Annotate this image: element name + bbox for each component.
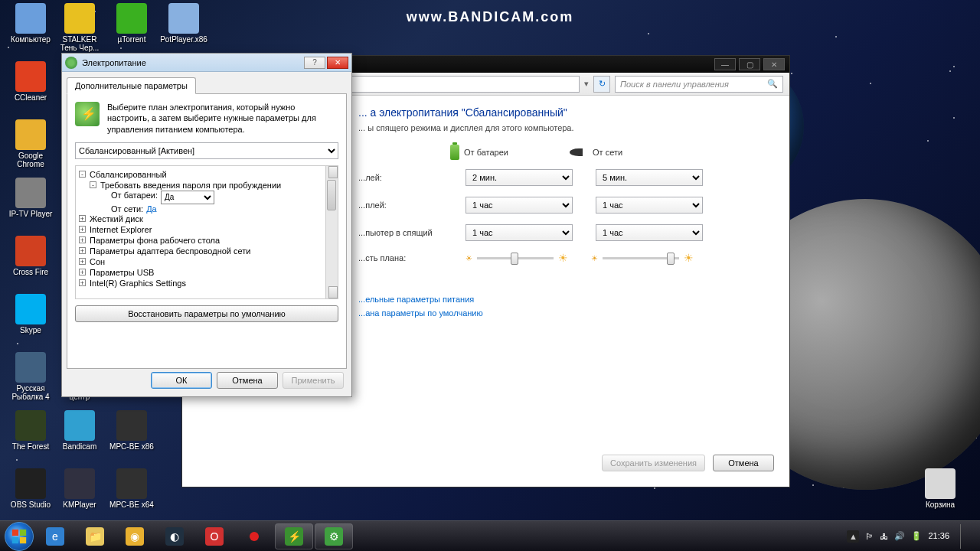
tree-item[interactable]: -Сбалансированный — [79, 169, 335, 180]
expand-toggle[interactable]: + — [79, 247, 86, 254]
taskbar-item-bandicam[interactable] — [236, 524, 273, 549]
desktop-icon-компьютер[interactable]: Компьютер — [6, 3, 55, 44]
svg-rect-1 — [20, 529, 26, 535]
taskbar-item-steam[interactable]: ◐ — [156, 524, 193, 549]
expand-toggle[interactable]: + — [79, 236, 86, 243]
app-icon — [116, 410, 147, 441]
dlg-intro-text: Выберите план электропитания, который ну… — [107, 102, 338, 135]
desktop-icon-bandicam[interactable]: Bandicam — [55, 410, 104, 451]
save-button[interactable]: Сохранить изменения — [602, 455, 705, 471]
tray-expand-icon[interactable]: ▲ — [847, 530, 859, 543]
setting-label: ...пьютер в спящий — [358, 228, 458, 237]
taskbar-item-power[interactable]: ⚡ — [276, 524, 312, 549]
expand-toggle[interactable]: + — [79, 269, 86, 276]
link-advanced-params[interactable]: ...ельные параметры питания — [358, 295, 774, 304]
ac-timeout-select[interactable]: 5 мин. — [596, 169, 703, 186]
sun-large-icon: ☀ — [558, 252, 568, 264]
desktop-icon-русская-рыбалка-4[interactable]: Русская Рыбалка 4 — [6, 352, 55, 401]
brightness-slider-ac[interactable]: ☀ ☀ — [591, 252, 694, 264]
tree-item[interactable]: +Сон — [79, 256, 335, 267]
tree-item[interactable]: -Требовать введения пароля при пробужден… — [79, 180, 335, 191]
search-input[interactable]: Поиск в панели управления 🔍 — [615, 76, 783, 93]
minimize-button[interactable]: — — [714, 58, 736, 70]
battery-timeout-select[interactable]: 1 час — [466, 224, 573, 241]
expand-toggle[interactable]: + — [79, 258, 86, 265]
tree-value-link[interactable]: Да — [146, 204, 157, 214]
tab-advanced-params[interactable]: Дополнительные параметры — [67, 77, 196, 94]
battery-tray-icon[interactable]: 🔋 — [911, 531, 922, 541]
tree-value-select[interactable]: Да — [161, 191, 214, 204]
restore-defaults-button[interactable]: Восстановить параметры по умолчанию — [75, 305, 338, 322]
close-button[interactable]: ✕ — [327, 57, 348, 69]
expand-toggle[interactable]: - — [90, 181, 96, 188]
desktop-icon-mpc-be-x64[interactable]: MPC-BE x64 — [107, 468, 156, 509]
column-ac: От сети — [570, 145, 622, 160]
taskbar-item-options[interactable]: ⚙ — [315, 524, 352, 549]
taskbar-item-opera[interactable]: O — [196, 524, 233, 549]
volume-icon[interactable]: 🔊 — [894, 531, 905, 541]
desktop-icon-корзина[interactable]: Корзина — [916, 468, 965, 509]
desktop-icon-kmplayer[interactable]: KMPlayer — [55, 468, 104, 509]
brightness-slider-battery[interactable]: ☀ ☀ — [466, 252, 568, 264]
app-icon — [15, 3, 46, 34]
page-subtitle: ... ы спящего режима и дисплея для этого… — [358, 123, 774, 132]
expand-toggle[interactable]: + — [79, 226, 86, 233]
action-center-icon[interactable]: 🏳 — [865, 532, 874, 541]
expand-toggle[interactable]: + — [79, 279, 86, 286]
battery-timeout-select[interactable]: 2 мин. — [466, 169, 573, 186]
refresh-button[interactable]: ↻ — [593, 76, 610, 93]
bandicam-watermark: www.BANDICAM.com — [407, 9, 573, 25]
dlg-titlebar[interactable]: Электропитание ? ✕ — [62, 54, 351, 72]
desktop-icon-mpc-be-x86[interactable]: MPC-BE x86 — [107, 410, 156, 451]
cancel-button[interactable]: Отмена — [713, 455, 774, 471]
expand-toggle[interactable]: - — [79, 171, 86, 178]
app-icon — [15, 61, 46, 92]
tree-item[interactable]: +Параметры USB — [79, 267, 335, 278]
desktop-icon-stalker-тень-чер-[interactable]: STALKER Тень Чер... — [55, 3, 104, 52]
app-icon — [15, 294, 46, 324]
desktop-icon-obs-studio[interactable]: OBS Studio — [6, 468, 55, 509]
ac-timeout-select[interactable]: 1 час — [596, 224, 703, 241]
tree-item[interactable]: +Параметры адаптера беспроводной сети — [79, 246, 335, 256]
ok-button[interactable]: ОК — [151, 372, 212, 389]
desktop-icon-skype[interactable]: Skype — [6, 294, 55, 334]
close-button[interactable]: ✕ — [763, 58, 785, 70]
desktop-icon-the-forest[interactable]: The Forest — [6, 410, 55, 451]
apply-button[interactable]: Применить — [283, 372, 344, 389]
taskbar-item-ie[interactable]: e — [37, 524, 74, 549]
desktop-icon-google-chrome[interactable]: Google Chrome — [6, 119, 55, 168]
app-icon — [15, 410, 46, 441]
record-icon — [250, 532, 259, 541]
maximize-button[interactable]: ▢ — [739, 58, 760, 70]
tree-item[interactable]: +Жесткий диск — [79, 214, 335, 224]
system-tray[interactable]: ▲ 🏳 🖧 🔊 🔋 21:36 — [841, 524, 975, 549]
tree-item[interactable]: +Параметры фона рабочего стола — [79, 235, 335, 246]
settings-tree[interactable]: -Сбалансированный-Требовать введения пар… — [75, 165, 338, 299]
desktop-icon-potplayer-x86[interactable]: PotPlayer.x86 — [159, 3, 208, 44]
search-icon: 🔍 — [767, 79, 778, 89]
ac-timeout-select[interactable]: 1 час — [596, 197, 703, 214]
cancel-button[interactable]: Отмена — [217, 372, 278, 389]
link-restore-defaults[interactable]: ...ана параметры по умолчанию — [358, 308, 774, 318]
battery-timeout-select[interactable]: 1 час — [466, 197, 573, 214]
show-desktop-button[interactable] — [960, 524, 969, 549]
scrollbar[interactable] — [325, 166, 338, 298]
power-plan-select[interactable]: Сбалансированный [Активен] — [75, 142, 338, 159]
expand-toggle[interactable]: + — [79, 215, 86, 222]
power-icon — [65, 57, 77, 69]
start-button[interactable] — [5, 522, 34, 551]
clock[interactable]: 21:36 — [928, 531, 949, 541]
help-button[interactable]: ? — [304, 57, 325, 69]
network-icon[interactable]: 🖧 — [880, 532, 888, 541]
taskbar-item-chrome[interactable]: ◉ — [116, 524, 153, 549]
svg-rect-0 — [12, 529, 18, 535]
desktop-icon-ccleaner[interactable]: CCleaner — [6, 61, 55, 102]
tree-item[interactable]: +Intel(R) Graphics Settings — [79, 278, 335, 289]
taskbar-item-explorer[interactable]: 📁 — [77, 524, 113, 549]
desktop-icon--torrent[interactable]: µTorrent — [107, 3, 156, 44]
desktop-icon-ip-tv-player[interactable]: IP-TV Player — [6, 178, 55, 218]
app-icon: ◉ — [126, 527, 144, 546]
battery-plan-icon — [75, 102, 100, 126]
tree-item[interactable]: +Internet Explorer — [79, 224, 335, 235]
desktop-icon-cross-fire[interactable]: Cross Fire — [6, 236, 55, 276]
